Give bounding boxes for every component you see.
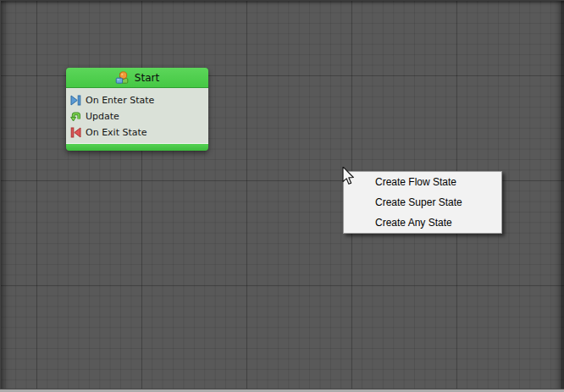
graph-canvas[interactable]: Start On Enter State [0,0,564,392]
update-icon [70,111,81,122]
menu-item-create-super-state[interactable]: Create Super State [344,192,501,213]
node-row-label: On Exit State [86,127,147,138]
state-node-footer [66,143,208,151]
fsm-stack-icon [115,71,130,85]
menu-item-create-flow-state[interactable]: Create Flow State [344,172,501,192]
window-bottom-edge [0,389,564,392]
on-enter-icon [70,95,81,106]
node-row-label: Update [86,111,119,122]
on-exit-icon [70,127,81,138]
node-row-update: Update [66,108,208,124]
state-node-body: On Enter State Update [66,88,208,143]
menu-item-create-any-state[interactable]: Create Any State [344,213,501,233]
context-menu: Create Flow State Create Super State Cre… [343,171,502,234]
state-node-title: Start [135,72,159,84]
state-node-header[interactable]: Start [66,68,208,88]
node-row-on-enter: On Enter State [66,92,208,108]
node-row-label: On Enter State [86,95,154,106]
state-node-start[interactable]: Start On Enter State [66,68,208,151]
node-row-on-exit: On Exit State [66,124,208,141]
